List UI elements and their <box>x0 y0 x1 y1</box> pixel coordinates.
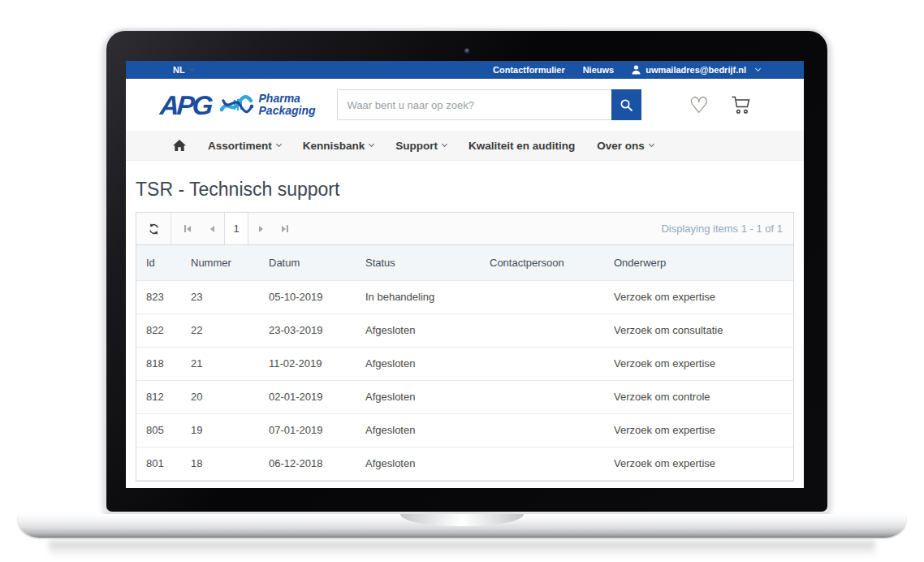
table-cell: Verzoek om expertise <box>604 280 793 313</box>
chevron-down-icon <box>442 140 447 146</box>
search-button[interactable] <box>611 89 641 120</box>
chevron-down-icon <box>189 65 195 71</box>
table-cell: 18 <box>181 447 259 480</box>
table-cell <box>480 413 604 447</box>
search-input[interactable] <box>337 89 611 120</box>
table-cell: 23 <box>181 280 259 313</box>
table-cell: Afgesloten <box>356 380 480 413</box>
last-page-icon <box>282 226 286 232</box>
laptop-reflection <box>49 541 875 557</box>
previous-page-icon <box>210 226 214 232</box>
home-icon <box>173 140 186 151</box>
table-cell: In behandeling <box>356 280 480 313</box>
tickets-grid: 1 Displaying items 1 - 1 of 1 <box>136 212 794 482</box>
pagination: 1 <box>175 213 297 244</box>
table-cell: 11-02-2019 <box>259 347 356 380</box>
nav-label: Kennisbank <box>303 140 365 152</box>
table-cell: 19 <box>181 413 259 447</box>
wishlist-heart-icon[interactable]: ♡ <box>689 94 709 116</box>
previous-page-button[interactable] <box>200 213 224 244</box>
current-page-indicator[interactable]: 1 <box>224 213 248 244</box>
table-cell: 801 <box>136 447 181 480</box>
table-cell: 05-10-2019 <box>259 280 356 313</box>
table-cell: 06-12-2018 <box>259 447 356 480</box>
table-cell: Afgesloten <box>356 447 480 480</box>
table-row[interactable]: 8011806-12-2018AfgeslotenVerzoek om expe… <box>136 447 793 480</box>
nav-item-kwaliteit-en-auditing[interactable]: Kwaliteit en auditing <box>468 140 575 152</box>
pagination-status: Displaying items 1 - 1 of 1 <box>661 213 793 244</box>
table-cell: 21 <box>181 347 259 380</box>
table-cell <box>480 313 604 347</box>
table-cell: Verzoek om expertise <box>604 413 793 447</box>
table-row[interactable]: 8232305-10-2019In behandelingVerzoek om … <box>136 280 793 313</box>
chevron-down-icon <box>755 65 761 71</box>
language-label: NL <box>173 65 185 75</box>
column-header-status[interactable]: Status <box>356 245 480 280</box>
table-cell: 818 <box>136 347 181 380</box>
table-cell: 07-01-2019 <box>259 413 356 447</box>
logo-brand-text: APG <box>159 92 214 119</box>
screen-content: NL Contactformulier Nieuws uwmailadres@b… <box>126 61 804 488</box>
nav-item-assortiment[interactable]: Assortiment <box>208 140 281 152</box>
table-cell: 805 <box>136 413 181 447</box>
first-page-button[interactable] <box>175 213 200 244</box>
column-header-nummer[interactable]: Nummer <box>181 245 259 280</box>
table-cell: Verzoek om controle <box>604 380 793 413</box>
account-email: uwmailadres@bedrijf.nl <box>646 65 746 75</box>
table-row[interactable]: 8122002-01-2019AfgeslotenVerzoek om cont… <box>136 380 793 413</box>
last-page-icon <box>287 225 288 232</box>
nav-label: Assortiment <box>208 140 272 152</box>
column-header-contactpersoon[interactable]: Contactpersoon <box>480 245 604 280</box>
laptop-base <box>18 514 906 538</box>
table-cell: Afgesloten <box>356 413 480 447</box>
next-page-button[interactable] <box>248 213 273 244</box>
search-box <box>337 89 641 120</box>
nav-label: Support <box>395 140 438 152</box>
language-selector[interactable]: NL <box>173 65 194 75</box>
table-cell <box>480 380 604 413</box>
webcam-icon <box>464 48 470 54</box>
nav-item-over-ons[interactable]: Over ons <box>597 140 654 152</box>
table-cell: Afgesloten <box>356 347 480 380</box>
table-cell <box>480 447 604 480</box>
table-row[interactable]: 8222223-03-2019AfgeslotenVerzoek om cons… <box>136 313 793 347</box>
nav-item-support[interactable]: Support <box>395 140 447 152</box>
page-title: TSR - Technisch support <box>136 179 794 201</box>
nav-label: Kwaliteit en auditing <box>468 140 575 152</box>
account-menu[interactable]: uwmailadres@bedrijf.nl <box>632 65 760 75</box>
table-cell: 822 <box>136 313 181 347</box>
last-page-button[interactable] <box>273 213 297 244</box>
chevron-down-icon <box>276 140 282 146</box>
table-cell: Verzoek om expertise <box>604 347 793 380</box>
top-utility-bar: NL Contactformulier Nieuws uwmailadres@b… <box>126 61 804 79</box>
nav-item-kennisbank[interactable]: Kennisbank <box>303 140 374 152</box>
table-cell: Verzoek om consultatie <box>604 313 793 347</box>
page-content: TSR - Technisch support <box>126 179 804 482</box>
refresh-button[interactable] <box>136 213 171 244</box>
first-page-icon <box>187 226 191 232</box>
column-header-id[interactable]: Id <box>136 245 181 280</box>
table-cell: Afgesloten <box>356 313 480 347</box>
table-cell: 02-01-2019 <box>259 380 356 413</box>
dna-logo-icon <box>219 93 253 117</box>
person-icon <box>632 65 641 75</box>
laptop-screen-bezel: NL Contactformulier Nieuws uwmailadres@b… <box>104 28 830 514</box>
table-row[interactable]: 8051907-01-2019AfgeslotenVerzoek om expe… <box>136 413 793 447</box>
nav-label: Over ons <box>597 140 645 152</box>
search-icon <box>620 98 633 112</box>
contact-form-link[interactable]: Contactformulier <box>493 65 565 75</box>
table-row[interactable]: 8182111-02-2019AfgeslotenVerzoek om expe… <box>136 347 793 380</box>
table-body: 8232305-10-2019In behandelingVerzoek om … <box>136 280 793 480</box>
refresh-icon <box>148 223 160 236</box>
logo-tagline: Pharma Packaging <box>259 93 316 118</box>
column-header-onderwerp[interactable]: Onderwerp <box>604 245 793 280</box>
news-link[interactable]: Nieuws <box>583 65 615 75</box>
site-logo[interactable]: APG Pharma Packaging <box>160 92 316 119</box>
cart-icon[interactable] <box>731 95 752 115</box>
next-page-icon <box>259 226 263 232</box>
logo-tagline-line2: Packaging <box>259 104 316 117</box>
column-header-datum[interactable]: Datum <box>259 245 356 280</box>
site-header: APG Pharma Packaging <box>126 79 804 131</box>
nav-home[interactable] <box>173 140 186 151</box>
table-header-row: Id Nummer Datum Status Contactpersoon On… <box>136 245 793 280</box>
